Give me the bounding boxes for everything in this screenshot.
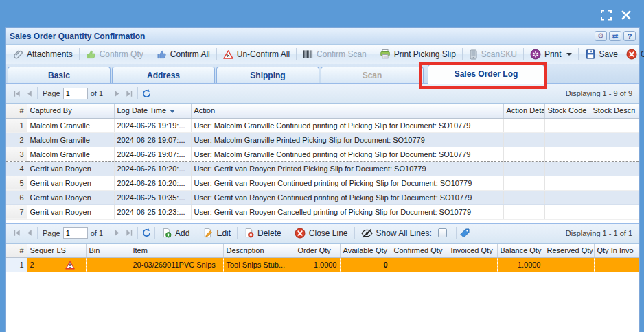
col-header-captured-by[interactable]: Captured By: [27, 104, 114, 118]
col-header-stock-code[interactable]: Stock Code: [544, 104, 590, 118]
col-header-balance-qty[interactable]: Balance Qty: [497, 244, 544, 258]
log-row-3[interactable]: 3 Malcolm Granville 2024-06-26 19:07:...…: [6, 147, 639, 161]
col-header-qty-in-invoice[interactable]: Qty In Invo: [594, 244, 639, 258]
col-header-ls[interactable]: LS: [54, 244, 86, 258]
confirm-all-button[interactable]: Confirm All: [152, 48, 214, 61]
col-header-sequence[interactable]: Sequer: [27, 244, 54, 258]
page-label: Page: [43, 89, 60, 97]
printer-icon: [380, 49, 391, 60]
col-header-item[interactable]: Item: [130, 244, 223, 258]
help-button[interactable]: ?: [623, 31, 636, 41]
toolbar-separator: [523, 48, 524, 60]
print-picking-slip-label: Print Picking Slip: [394, 49, 456, 59]
add-line-button[interactable]: Add: [157, 226, 194, 239]
log-displaying-status: Displaying 1 - 9 of 9: [566, 89, 635, 97]
scanner-device-icon: [469, 49, 478, 60]
toolbar-separator: [150, 48, 150, 60]
first-page-button[interactable]: [11, 88, 22, 99]
close-line-button[interactable]: Close Line: [290, 226, 352, 240]
close-button[interactable]: Close: [622, 47, 644, 61]
sales-order-log-grid: # Captured By Log Date Time Action Actio…: [6, 104, 639, 220]
line-prev-page-button[interactable]: [23, 228, 34, 239]
page-number-input[interactable]: [63, 88, 88, 99]
log-row-5[interactable]: 5 Gerrit van Rooyen 2024-06-26 10:20:...…: [6, 176, 639, 190]
col-header-action[interactable]: Action: [191, 104, 503, 118]
line-first-page-button[interactable]: [11, 228, 22, 239]
toolbar-separator: [137, 87, 138, 99]
line-refresh-button[interactable]: [141, 228, 152, 239]
tag-button[interactable]: [459, 228, 470, 239]
toolbar-separator: [462, 48, 463, 60]
application-window: Sales Order Quantity Confirmation ⚙ ⇄ ? …: [0, 0, 644, 332]
add-label: Add: [175, 228, 189, 238]
edit-line-button[interactable]: Edit: [198, 226, 235, 239]
refresh-button[interactable]: ⇄: [609, 31, 621, 41]
line-grid-header-row: # Sequer LS Bin Item Description Order Q…: [6, 244, 639, 258]
toolbar-separator: [37, 227, 38, 239]
col-header-confirmed-qty[interactable]: Confirmed Qty: [391, 244, 448, 258]
confirm-scan-button[interactable]: Confirm Scan: [299, 48, 371, 60]
ls-warning-cell: [54, 258, 86, 272]
col-header-log-date-time[interactable]: Log Date Time: [114, 104, 191, 118]
col-header-description[interactable]: Description: [223, 244, 295, 258]
tab-shipping-label: Shipping: [250, 71, 285, 80]
log-row-4[interactable]: 4 Gerrit van Rooyen 2024-06-26 10:20:...…: [6, 161, 639, 176]
tab-scan[interactable]: Scan: [321, 67, 424, 83]
log-row-7[interactable]: 7 Gerrit van Rooyen 2024-06-25 10:23:...…: [6, 204, 639, 219]
col-header-num[interactable]: #: [6, 244, 27, 258]
available-qty-zero: 0: [340, 258, 391, 272]
order-lines-grid: # Sequer LS Bin Item Description Order Q…: [6, 244, 639, 273]
nav-last-icon: [125, 89, 134, 98]
refresh-icon: ⇄: [612, 32, 618, 40]
toolbar-separator: [37, 87, 38, 99]
unconfirm-all-button[interactable]: Un-Confirm All: [219, 48, 294, 61]
col-header-stock-description[interactable]: Stock Descri: [590, 104, 639, 118]
log-row-2[interactable]: 2 Malcolm Granville 2024-06-26 19:07:...…: [6, 132, 639, 147]
order-line-row-1[interactable]: 1 2 20-03/269011PVC Snips Tool Snips Stu…: [6, 258, 639, 272]
delete-line-button[interactable]: Delete: [240, 226, 286, 239]
col-header-reserved-qty[interactable]: Reserved Qty: [544, 244, 594, 258]
attachments-label: Attachments: [27, 49, 73, 59]
toolbar-separator: [578, 48, 579, 60]
thumbs-up-green-icon: [86, 49, 96, 60]
print-picking-slip-button[interactable]: Print Picking Slip: [376, 47, 460, 61]
log-row-6[interactable]: 6 Gerrit van Rooyen 2024-06-25 10:35:...…: [6, 190, 639, 204]
prev-page-button[interactable]: [23, 88, 34, 99]
log-row-1[interactable]: 1 Malcolm Granville 2024-06-26 19:19:...…: [6, 118, 639, 132]
col-header-available-qty[interactable]: Available Qty: [340, 244, 391, 258]
tab-sales-order-log[interactable]: Sales Order Log: [428, 64, 544, 83]
toolbar-separator: [456, 227, 457, 239]
attachments-button[interactable]: Attachments: [9, 48, 77, 61]
toolbar-separator: [237, 227, 238, 239]
toolbar-separator: [196, 227, 196, 239]
line-next-page-button[interactable]: [111, 228, 122, 239]
line-page-number-input[interactable]: [63, 227, 88, 239]
log-paging-toolbar: Page of 1 Displaying 1 - 9 of 9: [6, 84, 639, 104]
col-header-action-detail[interactable]: Action Detai: [503, 104, 544, 118]
refresh-grid-button[interactable]: [141, 88, 152, 99]
next-page-button[interactable]: [111, 88, 122, 99]
col-header-bin[interactable]: Bin: [86, 244, 130, 258]
print-badge-icon: [530, 49, 541, 60]
window-close-icon[interactable]: [621, 10, 633, 21]
col-header-invoiced-qty[interactable]: Invoiced Qty: [448, 244, 497, 258]
show-all-lines-control: Show All Lines:: [357, 227, 454, 239]
page-of-label: of 1: [91, 229, 103, 237]
tab-basic[interactable]: Basic: [8, 67, 111, 83]
show-all-lines-checkbox[interactable]: [438, 228, 447, 237]
last-page-button[interactable]: [124, 88, 135, 99]
confirm-qty-button[interactable]: Confirm Qty: [82, 48, 148, 61]
scansku-button[interactable]: ScanSKU: [465, 48, 521, 61]
tab-shipping[interactable]: Shipping: [216, 67, 319, 83]
save-button[interactable]: Save: [581, 47, 622, 61]
print-dropdown-button[interactable]: Print: [526, 47, 576, 61]
close-circle-icon: [626, 49, 637, 60]
tab-address[interactable]: Address: [112, 67, 215, 83]
line-last-page-button[interactable]: [124, 228, 135, 239]
col-header-order-qty[interactable]: Order Qty: [295, 244, 340, 258]
window-right-border: [640, 27, 644, 332]
maximize-icon[interactable]: [600, 10, 612, 21]
line-toolbar: Page of 1 Add Edit Delete: [6, 223, 639, 244]
settings-button[interactable]: ⚙: [595, 31, 607, 41]
col-header-num[interactable]: #: [6, 104, 27, 118]
